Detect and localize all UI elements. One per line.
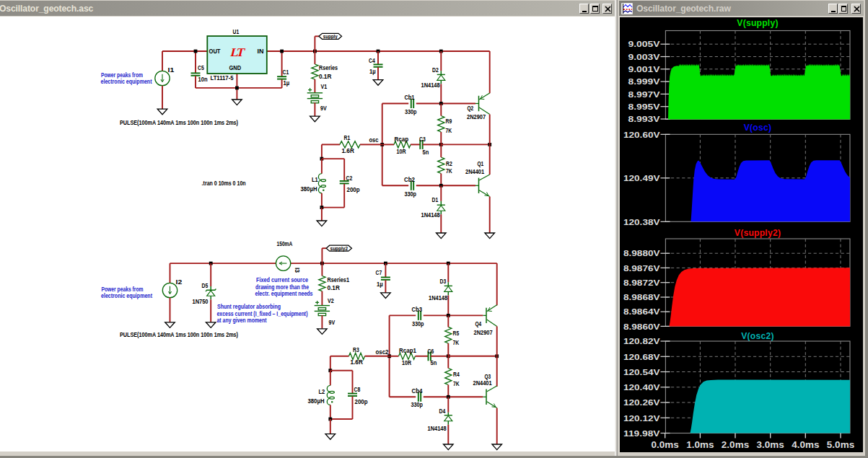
svg-text:L1: L1: [312, 176, 318, 183]
svg-text:I3: I3: [294, 268, 301, 273]
svg-text:330p: 330p: [405, 108, 417, 115]
svg-text:7K: 7K: [453, 380, 460, 387]
svg-text:8.997V: 8.997V: [628, 89, 660, 99]
svg-text:9.001V: 9.001V: [628, 64, 660, 74]
svg-text:supply: supply: [323, 34, 338, 40]
svg-text:120.54V: 120.54V: [623, 367, 660, 376]
svg-text:D3: D3: [440, 278, 447, 285]
svg-text:at any given moment: at any given moment: [217, 317, 267, 324]
svg-text:V(osc2): V(osc2): [741, 331, 773, 341]
svg-text:C8: C8: [354, 386, 361, 393]
svg-text:C1: C1: [283, 69, 289, 76]
svg-text:C2: C2: [346, 175, 353, 182]
svg-text:4.0ms: 4.0ms: [792, 439, 819, 450]
svg-text:D2: D2: [432, 66, 439, 74]
svg-text:L2: L2: [319, 388, 325, 395]
svg-text:V(supply2): V(supply2): [735, 228, 781, 238]
svg-text:200p: 200p: [347, 186, 360, 193]
svg-text:2N2907: 2N2907: [467, 113, 486, 120]
svg-text:supply2: supply2: [330, 246, 348, 252]
svg-text:electr. equipment needs: electr. equipment needs: [255, 290, 313, 297]
svg-text:I1: I1: [168, 66, 175, 74]
svg-text:2N4401: 2N4401: [473, 379, 492, 387]
svg-text:osc: osc: [369, 136, 379, 144]
svg-text:R9: R9: [446, 118, 452, 125]
svg-text:9V: 9V: [329, 319, 336, 326]
svg-text:PULSE(100mA 140mA 1ms 100n 100: PULSE(100mA 140mA 1ms 100n 100n 1ms 2ms): [120, 331, 238, 338]
svg-text:120.82V: 120.82V: [623, 336, 660, 345]
svg-text:R5: R5: [453, 330, 460, 337]
svg-text:Cb2: Cb2: [404, 176, 415, 183]
svg-text:V(osc): V(osc): [744, 123, 771, 133]
svg-text:Cb3: Cb3: [412, 306, 423, 313]
svg-text:120.40V: 120.40V: [623, 382, 660, 392]
svg-text:LT1117-5: LT1117-5: [211, 74, 234, 82]
svg-text:1µ: 1µ: [377, 281, 383, 288]
svg-text:Rseries1: Rseries1: [328, 276, 350, 283]
svg-text:V2: V2: [328, 297, 334, 304]
svg-text:7K: 7K: [446, 167, 452, 175]
svg-text:1N750: 1N750: [193, 298, 209, 305]
svg-text:U1: U1: [233, 28, 240, 35]
svg-text:10n: 10n: [198, 76, 208, 83]
svg-text:V1: V1: [321, 83, 328, 90]
svg-text:Q4: Q4: [475, 320, 482, 327]
svg-text:2N4401: 2N4401: [465, 168, 484, 175]
svg-text:120.38V: 120.38V: [623, 217, 660, 226]
svg-text:D1: D1: [432, 196, 439, 203]
svg-text:.tran 0 10ms 0 10n: .tran 0 10ms 0 10n: [202, 180, 246, 187]
svg-text:9.003V: 9.003V: [628, 52, 660, 61]
svg-text:2N2907: 2N2907: [474, 329, 493, 336]
svg-text:C7: C7: [376, 269, 382, 276]
svg-text:I2: I2: [176, 278, 183, 286]
svg-text:8.993V: 8.993V: [628, 114, 660, 123]
svg-text:380µH: 380µH: [308, 397, 325, 405]
svg-text:GND: GND: [229, 64, 242, 71]
svg-text:Q2: Q2: [468, 105, 474, 112]
svg-text:120.26V: 120.26V: [623, 397, 660, 407]
svg-text:120.60V: 120.60V: [623, 130, 660, 139]
svg-text:0.1R: 0.1R: [319, 73, 332, 80]
svg-text:C4: C4: [369, 57, 375, 64]
svg-text:120.49V: 120.49V: [623, 173, 660, 182]
svg-text:D4: D4: [439, 408, 446, 415]
svg-text:Rcap: Rcap: [395, 136, 409, 143]
svg-text:Shunt regulator absorbing: Shunt regulator absorbing: [217, 303, 281, 310]
svg-text:8.9872V: 8.9872V: [623, 278, 660, 287]
svg-text:1µ: 1µ: [284, 79, 290, 87]
svg-text:8.9860V: 8.9860V: [623, 322, 660, 331]
svg-text:R1: R1: [344, 134, 351, 141]
svg-text:R4: R4: [453, 371, 460, 378]
svg-text:IN: IN: [258, 48, 264, 55]
svg-text:330p: 330p: [412, 320, 424, 327]
svg-text:150mA: 150mA: [277, 240, 293, 247]
svg-text:9V: 9V: [320, 105, 327, 112]
svg-text:8.9868V: 8.9868V: [623, 292, 660, 301]
svg-text:5.0ms: 5.0ms: [827, 439, 854, 450]
svg-text:10R: 10R: [402, 359, 412, 366]
svg-text:120.68V: 120.68V: [623, 352, 660, 361]
svg-text:119.98V: 119.98V: [623, 428, 660, 438]
svg-text:5n: 5n: [423, 149, 429, 156]
svg-text:C6: C6: [428, 348, 434, 355]
svg-text:V(supply): V(supply): [737, 18, 778, 28]
svg-text:7K: 7K: [453, 339, 460, 346]
svg-text:0.0ms: 0.0ms: [652, 439, 679, 450]
svg-text:Q1: Q1: [478, 160, 484, 167]
svg-text:1µ: 1µ: [369, 68, 376, 75]
svg-text:7K: 7K: [446, 127, 452, 134]
svg-text:1.0ms: 1.0ms: [686, 439, 714, 450]
svg-text:R2: R2: [446, 160, 452, 167]
svg-text:380µH: 380µH: [301, 185, 317, 193]
svg-text:9.005V: 9.005V: [628, 39, 660, 48]
svg-text:2.0ms: 2.0ms: [722, 439, 749, 450]
svg-text:8.9864V: 8.9864V: [623, 307, 660, 316]
svg-text:1.6R: 1.6R: [351, 358, 364, 366]
svg-text:D5: D5: [202, 282, 209, 289]
svg-text:3.0ms: 3.0ms: [757, 439, 784, 450]
svg-text:Fixed current source: Fixed current source: [256, 276, 308, 283]
svg-text:120.12V: 120.12V: [623, 413, 660, 423]
svg-text:1N4148: 1N4148: [429, 294, 447, 301]
svg-text:10R: 10R: [397, 148, 407, 155]
svg-text:Cb1: Cb1: [405, 94, 415, 101]
